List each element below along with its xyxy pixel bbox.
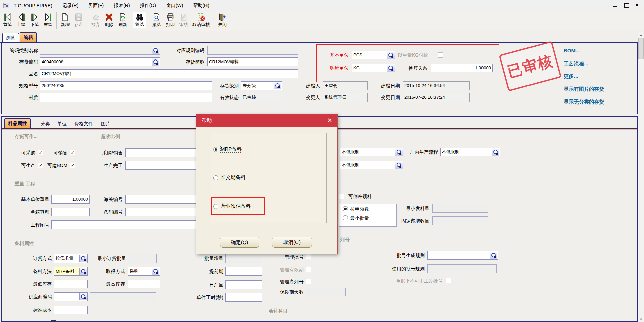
toolbar-prev-record[interactable]: 上笔 xyxy=(14,12,28,28)
trade-unit-input[interactable]: KG xyxy=(352,64,395,72)
manage-batch-checkbox[interactable] xyxy=(306,254,311,259)
tab-edit[interactable]: 编辑 xyxy=(20,32,37,42)
dialog-close-icon[interactable]: ✕ xyxy=(326,117,333,124)
buy-sell-ratio-input[interactable] xyxy=(125,148,206,157)
scrollbar-thumb[interactable] xyxy=(638,38,644,59)
toolbar-print[interactable]: 打印 xyxy=(164,12,177,28)
lookup-icon[interactable] xyxy=(79,255,87,262)
lookup-icon[interactable] xyxy=(152,47,159,54)
unit-time-input[interactable] xyxy=(225,293,262,302)
menu-record[interactable]: 记录(R) xyxy=(62,3,78,9)
batch-rule-input[interactable] xyxy=(427,251,498,260)
lookup-icon[interactable] xyxy=(395,148,403,156)
toolbar-preview[interactable]: 预览 xyxy=(150,12,164,28)
can-produce-checkbox[interactable] xyxy=(38,163,43,168)
menu-window[interactable]: 窗口(W) xyxy=(166,3,183,9)
product-name-input[interactable]: CR12MOV精料 xyxy=(40,69,298,78)
can-sell-checkbox[interactable] xyxy=(70,150,75,155)
menu-tgroup-erp[interactable]: T-GROUP ERP(E) xyxy=(14,3,52,8)
option-mrp-label[interactable]: MRP备料 xyxy=(221,146,242,152)
lookup-icon[interactable] xyxy=(152,58,159,66)
lookup-icon[interactable] xyxy=(152,268,159,275)
lead-time-input[interactable] xyxy=(225,267,262,276)
backflush-checkbox[interactable] xyxy=(339,194,344,199)
base-unit-weight-input[interactable]: 1.00000 xyxy=(51,195,90,204)
prep-method-input[interactable]: MRP备料 xyxy=(54,267,88,276)
dialog-cancel-button[interactable]: 取消(C) xyxy=(272,237,312,248)
max-stock-input[interactable] xyxy=(128,280,160,288)
tab-browse[interactable]: 浏览 xyxy=(2,33,19,42)
lookup-icon[interactable] xyxy=(387,51,395,59)
link-bom[interactable]: BOM... xyxy=(564,48,580,53)
conversion-input[interactable]: 1.00000 xyxy=(431,64,493,72)
minimize-icon[interactable] xyxy=(613,3,618,7)
toolbar-next-record[interactable]: 下笔 xyxy=(28,12,41,28)
rule-code-input[interactable] xyxy=(207,46,298,55)
lookup-icon[interactable] xyxy=(490,252,497,259)
tab-category[interactable]: 分类 xyxy=(39,120,52,128)
lookup-icon[interactable] xyxy=(395,161,403,169)
inventory-code-input[interactable]: 400400008 xyxy=(40,57,160,66)
option-long-lead-radio[interactable] xyxy=(213,175,218,180)
link-show-with-pictures[interactable]: 显示有图片的存货 xyxy=(564,86,604,92)
option-mrp-radio[interactable] xyxy=(213,147,218,152)
lookup-icon[interactable] xyxy=(387,64,395,72)
restriction-2-input[interactable]: 不做限制 xyxy=(340,161,403,169)
link-more[interactable]: 更多... xyxy=(564,73,578,80)
scroll-up-icon[interactable]: ▲ xyxy=(638,32,644,38)
lookup-icon[interactable] xyxy=(79,268,87,275)
daily-output-input[interactable] xyxy=(225,280,262,289)
vertical-scrollbar[interactable]: ▲ ▼ xyxy=(638,32,644,322)
by-apply-radio[interactable] xyxy=(343,206,348,211)
option-long-lead-label[interactable]: 长交期备料 xyxy=(221,174,246,181)
tab-qualification-files[interactable]: 资格文件 xyxy=(72,120,95,128)
tab-unit[interactable]: 单位 xyxy=(55,120,69,128)
toolbar-new[interactable]: 新增 xyxy=(58,12,72,28)
tab-picture[interactable]: 图片 xyxy=(99,120,112,128)
inventory-level-input[interactable]: 未分级 xyxy=(241,81,282,90)
dialog-ok-button[interactable]: 确定(Q) xyxy=(220,237,259,248)
manage-serial-checkbox[interactable] xyxy=(306,279,311,284)
std-cost-input[interactable] xyxy=(54,306,88,314)
acquire-method-input[interactable]: 采购 xyxy=(128,267,160,276)
min-stock-input[interactable] xyxy=(54,280,88,288)
toolbar-delete[interactable]: 删除 xyxy=(102,12,116,28)
base-unit-input[interactable]: PCS xyxy=(352,51,395,59)
can-buy-checkbox[interactable] xyxy=(38,150,43,155)
code-category-input[interactable] xyxy=(40,46,160,55)
inventory-short-input[interactable]: CR12MOV精料 xyxy=(207,57,298,66)
close-window-icon[interactable]: × xyxy=(634,3,640,7)
production-done-input[interactable] xyxy=(125,161,206,170)
box-volume-input[interactable] xyxy=(51,208,90,216)
menu-interface[interactable]: 界面(F) xyxy=(88,3,104,9)
toolbar-filter[interactable]: 筛选 xyxy=(133,12,146,28)
toolbar-refresh[interactable]: 刷新 xyxy=(116,12,129,28)
material-input[interactable] xyxy=(40,93,212,102)
order-method-input[interactable]: 按需求量 xyxy=(54,254,88,263)
maximize-icon[interactable] xyxy=(624,3,629,7)
tab-item-attributes[interactable]: 料品属性 xyxy=(4,118,31,128)
factory-flow-input[interactable]: 不做限制 xyxy=(440,148,500,156)
erp-window: T-GROUP ERP(E) 记录(R) 界面(F) 报表(R) 操作(O) 窗… xyxy=(0,0,644,322)
restriction-1-input[interactable]: 不做限制 xyxy=(340,148,403,156)
spec-model-input[interactable]: 250*240*35 xyxy=(40,81,212,90)
menu-report[interactable]: 报表(R) xyxy=(114,3,130,9)
link-show-uncategorized[interactable]: 显示无分类的存货 xyxy=(564,99,604,105)
menu-operation[interactable]: 操作(O) xyxy=(140,3,156,9)
menu-help[interactable]: 帮助(H) xyxy=(193,3,209,9)
customs-code-input[interactable] xyxy=(125,195,204,204)
can-bom-checkbox[interactable] xyxy=(70,163,75,168)
by-min-batch-radio[interactable] xyxy=(343,215,348,220)
lookup-icon[interactable] xyxy=(79,293,87,300)
toolbar-close[interactable]: 关闭 xyxy=(216,12,229,28)
lookup-icon[interactable] xyxy=(274,82,281,89)
scroll-down-icon[interactable]: ▼ xyxy=(638,317,644,322)
link-process-flow[interactable]: 工艺流程... xyxy=(564,61,588,67)
toolbar-first-record[interactable]: 首笔 xyxy=(1,12,14,28)
supplier-code-input[interactable] xyxy=(54,292,88,301)
toolbar-cancel-audit[interactable]: 取消审核 xyxy=(190,12,212,28)
lookup-icon[interactable] xyxy=(492,148,499,156)
pay-by-kg-checkbox[interactable] xyxy=(438,52,443,58)
toolbar-last-record[interactable]: 末笔 xyxy=(41,12,55,28)
barcode-input[interactable] xyxy=(125,208,204,216)
